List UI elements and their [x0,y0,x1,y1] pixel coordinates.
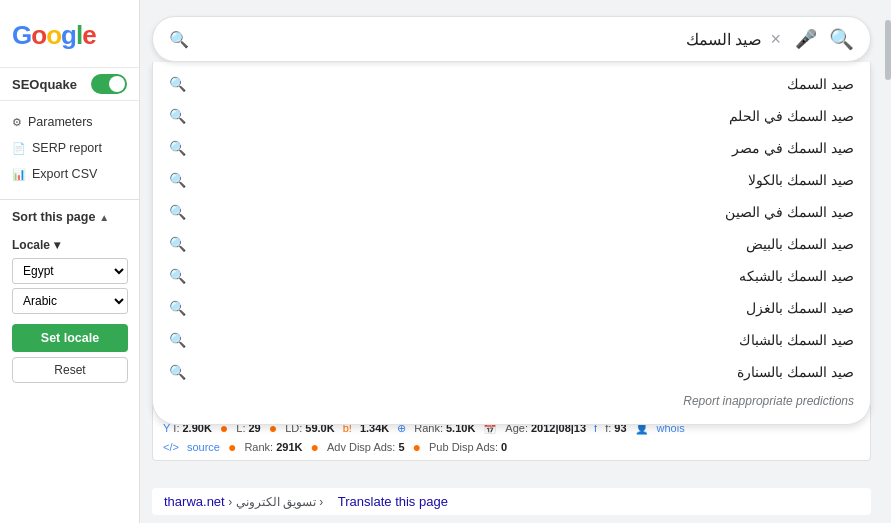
autocomplete-text-7: صيد السمك بالغزل [198,300,854,316]
scrollbar-thumb [885,20,891,80]
search-suggest-icon-2: 🔍 [169,140,186,156]
adv-dot: ● [310,439,318,455]
autocomplete-text-3: صيد السمك بالكولا [198,172,854,188]
reset-button[interactable]: Reset [12,357,128,383]
autocomplete-item-7[interactable]: صيد السمك بالغزل 🔍 [153,292,870,324]
autocomplete-item-2[interactable]: صيد السمك في مصر 🔍 [153,132,870,164]
result-url: tharwa.net › تسويق الكتروني › Translate … [164,494,448,509]
serp-report-label: SERP report [32,141,102,155]
voice-icon[interactable]: 🎤 [795,28,817,50]
search-icon: 🔍 [169,30,189,49]
adv-metric: Adv Disp Ads: 5 [327,441,405,453]
adv-label: Adv Disp Ads: [327,441,395,453]
autocomplete-text-8: صيد السمك بالشباك [198,332,854,348]
sort-section: Sort this page ▲ [0,199,139,230]
sidebar-menu: ⚙ Parameters 📄 SERP report 📊 Export CSV [0,101,139,195]
seoquake-header: SEOquake [0,67,139,101]
search-box: 🔍 × 🎤 🔍 [152,16,871,62]
scrollbar[interactable] [883,0,891,523]
main-content: 🔍 × 🎤 🔍 صيد السمك 🔍 صيد السمك في الحلم 🔍… [140,0,891,523]
autocomplete-text-1: صيد السمك في الحلم [198,108,854,124]
seoquake-toggle[interactable] [91,74,127,94]
sidebar-item-serp-report[interactable]: 📄 SERP report [0,135,139,161]
search-suggest-icon-4: 🔍 [169,204,186,220]
search-suggest-icon-6: 🔍 [169,268,186,284]
search-container: 🔍 × 🎤 🔍 صيد السمك 🔍 صيد السمك في الحلم 🔍… [152,16,871,62]
autocomplete-item-1[interactable]: صيد السمك في الحلم 🔍 [153,100,870,132]
search-suggest-icon-3: 🔍 [169,172,186,188]
autocomplete-item-4[interactable]: صيد السمك في الصين 🔍 [153,196,870,228]
autocomplete-text-2: صيد السمك في مصر [198,140,854,156]
autocomplete-text-6: صيد السمك بالشبكه [198,268,854,284]
export-csv-label: Export CSV [32,167,97,181]
autocomplete-text-4: صيد السمك في الصين [198,204,854,220]
report-link[interactable]: Report inappropriate predictions [153,388,870,418]
pub-metric: Pub Disp Ads: 0 [429,441,507,453]
clear-icon[interactable]: × [770,29,781,50]
search-submit-icon[interactable]: 🔍 [829,27,854,51]
google-logo: Google [0,10,139,67]
autocomplete-item-3[interactable]: صيد السمك بالكولا 🔍 [153,164,870,196]
autocomplete-text-0: صيد السمك [198,76,854,92]
autocomplete-text-9: صيد السمك بالسنارة [198,364,854,380]
autocomplete-item-0[interactable]: صيد السمك 🔍 [153,68,870,100]
locale-text: Locale [12,238,50,252]
sidebar-item-parameters[interactable]: ⚙ Parameters [0,109,139,135]
language-select[interactable]: Arabic [12,288,128,314]
sort-arrow-icon: ▲ [99,212,109,223]
pub-label: Pub Disp Ads: [429,441,498,453]
pub-value: 0 [501,441,507,453]
search-suggest-icon-7: 🔍 [169,300,186,316]
search-suggest-icon-8: 🔍 [169,332,186,348]
country-select[interactable]: Egypt [12,258,128,284]
result-item: tharwa.net › تسويق الكتروني › Translate … [152,488,871,515]
autocomplete-item-8[interactable]: صيد السمك بالشباك 🔍 [153,324,870,356]
rank2-label: Rank: [244,441,273,453]
result-breadcrumb: › تسويق الكتروني › [228,495,323,509]
seo-bar-row3: </> source ● Rank: 291K ● Adv Disp Ads: … [163,439,860,455]
autocomplete-text-5: صيد السمك بالبيض [198,236,854,252]
sidebar: Google SEOquake ⚙ Parameters 📄 SERP repo… [0,0,140,523]
search-input[interactable] [201,30,762,48]
code-icon: </> [163,441,179,453]
autocomplete-dropdown: صيد السمك 🔍 صيد السمك في الحلم 🔍 صيد الس… [152,62,871,425]
rank2-value: 291K [276,441,302,453]
sort-title[interactable]: Sort this page ▲ [12,210,127,224]
translate-link[interactable]: Translate this page [338,494,448,509]
search-suggest-icon-9: 🔍 [169,364,186,380]
adv-value: 5 [398,441,404,453]
parameters-label: Parameters [28,115,93,129]
google-logo-text: Google [12,20,96,51]
rank2-metric: Rank: 291K [244,441,302,453]
sidebar-item-export-csv[interactable]: 📊 Export CSV [0,161,139,187]
sort-label: Sort this page [12,210,95,224]
autocomplete-item-9[interactable]: صيد السمك بالسنارة 🔍 [153,356,870,388]
set-locale-button[interactable]: Set locale [12,324,128,352]
locale-label: Locale ▾ [12,238,127,252]
rank2-dot: ● [228,439,236,455]
autocomplete-item-5[interactable]: صيد السمك بالبيض 🔍 [153,228,870,260]
source-link[interactable]: source [187,441,220,453]
csv-icon: 📊 [12,168,26,181]
search-suggest-icon-5: 🔍 [169,236,186,252]
autocomplete-item-6[interactable]: صيد السمك بالشبكه 🔍 [153,260,870,292]
seoquake-label: SEOquake [12,77,77,92]
report-icon: 📄 [12,142,26,155]
search-suggest-icon-1: 🔍 [169,108,186,124]
result-site-link[interactable]: tharwa.net [164,494,225,509]
locale-arrow-icon: ▾ [54,238,60,252]
locale-section: Locale ▾ Egypt Arabic Set locale Reset [0,230,139,391]
gear-icon: ⚙ [12,116,22,129]
pub-dot: ● [413,439,421,455]
search-suggest-icon-0: 🔍 [169,76,186,92]
